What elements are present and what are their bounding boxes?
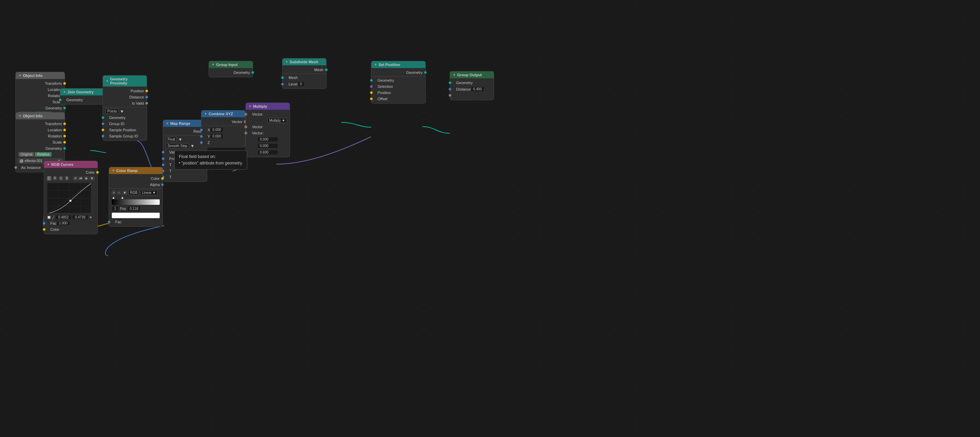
collapse-gp[interactable]: ▼ [106, 79, 109, 83]
go-distance-socket[interactable] [449, 88, 451, 91]
gp-samplegroupid-socket[interactable] [102, 135, 104, 137]
location-socket-2[interactable] [63, 129, 66, 131]
cxyz-y-value[interactable]: 0.000 [210, 134, 223, 139]
collapse-jg[interactable]: ▼ [63, 90, 66, 94]
rgb-b-btn[interactable]: B [65, 176, 69, 181]
collapse-arrow[interactable]: ▼ [19, 74, 22, 77]
sp-offset-socket[interactable] [370, 97, 373, 100]
go-geometry-socket[interactable] [449, 81, 451, 84]
cxyz-y-socket[interactable] [200, 135, 203, 138]
collapse-mr[interactable]: ▼ [166, 122, 169, 125]
rgb-reset-btn[interactable]: ↺ [73, 176, 78, 181]
rgb-color-out-socket[interactable] [96, 171, 99, 174]
sm-mesh-in-socket[interactable] [281, 76, 284, 79]
rgb-toolbar: C R G B ↺ ⇄ ⊕ ▼ [44, 175, 97, 181]
sp-selection-socket[interactable] [370, 85, 373, 88]
collapse-sp[interactable]: ▼ [374, 63, 377, 66]
cr-stop-mid[interactable] [121, 197, 123, 199]
sp-position-socket[interactable] [370, 91, 373, 94]
gp-samplepos-socket[interactable] [102, 129, 104, 131]
gp-position-socket[interactable] [145, 90, 148, 92]
relative-btn-2[interactable]: Relative [35, 152, 51, 157]
gp-groupid-socket[interactable] [102, 122, 104, 125]
cr-add-btn[interactable]: + [112, 191, 116, 195]
multiply-body: Vector Multiply ▼ Vector Vector: 0.000 0… [246, 110, 290, 157]
geometry-socket-2[interactable] [63, 147, 66, 150]
mr-value-socket[interactable] [162, 151, 164, 154]
gp-distance-socket[interactable] [145, 96, 148, 99]
collapse-gi[interactable]: ▼ [212, 63, 215, 66]
cr-pos-value[interactable]: 0.118 [127, 206, 140, 211]
gi-geometry-socket[interactable] [251, 71, 254, 74]
go-extra-socket-dot[interactable] [449, 94, 451, 97]
mul-vector2-socket[interactable] [245, 132, 247, 134]
mul-vector-in-top-socket[interactable] [245, 113, 247, 116]
cr-rgb-dropdown[interactable]: RGB [129, 190, 140, 195]
rgb-x-btn[interactable]: ⊕ [84, 176, 89, 181]
collapse-rgb[interactable]: ▼ [47, 163, 50, 166]
cxyz-z-socket[interactable] [200, 141, 203, 144]
scale-socket-2[interactable] [63, 141, 66, 144]
cr-color-swatch[interactable] [112, 213, 160, 218]
rgb-flip-btn[interactable]: ⇄ [78, 176, 83, 181]
cr-alpha-out-socket[interactable] [161, 183, 164, 186]
mr-frommin-socket[interactable] [162, 157, 164, 160]
rotation-label: Rotation [19, 94, 62, 98]
geometry-socket[interactable] [63, 107, 66, 110]
as-instance-socket[interactable] [14, 166, 17, 169]
rgb-close-icon[interactable]: ✕ [89, 215, 92, 219]
collapse-cxyz[interactable]: ▼ [204, 112, 207, 116]
cr-linear-dropdown[interactable]: Linear ▼ [140, 190, 157, 195]
gp-isvalid-socket[interactable] [145, 102, 148, 105]
rgb-fac-socket[interactable] [43, 222, 46, 225]
rgb-val2-input[interactable] [73, 215, 88, 219]
rgb-val1-input[interactable] [56, 215, 71, 219]
sm-mesh-out-socket[interactable] [325, 68, 328, 71]
sp-geometry-in-socket[interactable] [370, 79, 373, 82]
cxyz-z-in: Z [201, 140, 245, 146]
transform-socket-2[interactable] [63, 122, 66, 125]
cr-fac-socket[interactable] [108, 221, 110, 223]
jg-geometry-in-socket[interactable] [59, 99, 62, 101]
collapse-sm[interactable]: ▼ [285, 60, 288, 64]
cr-stop-index[interactable]: 1 [112, 206, 119, 211]
gp-samplepos-in: Sample Position [103, 127, 147, 133]
mr-float-arrow[interactable]: ▼ [178, 137, 182, 142]
mul-val2: 0.000 [246, 143, 290, 149]
rgb-fac-value[interactable]: 1.000 [56, 221, 70, 226]
transform-socket[interactable] [63, 82, 66, 85]
scale-label-2: Scale [19, 140, 62, 144]
original-btn-2[interactable]: Original [19, 152, 34, 157]
gp-geometry-socket[interactable] [102, 116, 104, 119]
gp-points-arrow[interactable]: ▼ [120, 109, 124, 114]
collapse-go[interactable]: ▼ [453, 73, 456, 76]
cr-stop-left[interactable] [113, 197, 115, 199]
cr-menu-btn[interactable]: ▼ [122, 191, 127, 195]
mr-smoothstep-arrow[interactable]: ▼ [191, 144, 194, 148]
mr-t1-socket[interactable] [162, 164, 164, 166]
sp-geometry-out-socket[interactable] [424, 71, 427, 74]
rgb-c-btn[interactable]: C [47, 176, 51, 181]
rgb-r-btn[interactable]: R [52, 176, 57, 181]
sm-level-value[interactable]: 6 [298, 81, 304, 86]
sm-level-socket[interactable] [281, 83, 284, 86]
collapse-cr[interactable]: ▼ [112, 169, 115, 172]
rgb-g-btn[interactable]: G [59, 176, 63, 181]
sm-level-label: Level [285, 82, 298, 86]
mul-val1-display[interactable]: 0.000 [258, 137, 278, 142]
collapse-mul[interactable]: ▼ [248, 105, 252, 108]
cxyz-x-socket[interactable] [200, 129, 203, 131]
mul-val3-display[interactable]: 0.600 [258, 150, 278, 155]
cr-color-out-socket[interactable] [161, 177, 164, 180]
go-distance-value[interactable]: 6.400 [471, 86, 484, 92]
mul-dropdown[interactable]: Multiply ▼ [267, 118, 287, 123]
rotation-socket-2[interactable] [63, 135, 66, 137]
cr-gradient-bar[interactable] [112, 199, 160, 205]
rgb-menu-btn[interactable]: ▼ [89, 176, 95, 181]
mul-vector-socket[interactable] [245, 126, 247, 128]
collapse-arrow-2[interactable]: ▼ [19, 114, 22, 118]
cr-remove-btn[interactable]: − [117, 191, 121, 195]
mul-val2-display[interactable]: 0.000 [258, 143, 278, 148]
cxyz-x-value[interactable]: 0.000 [210, 127, 223, 132]
rgb-color-in-socket[interactable] [43, 228, 46, 231]
